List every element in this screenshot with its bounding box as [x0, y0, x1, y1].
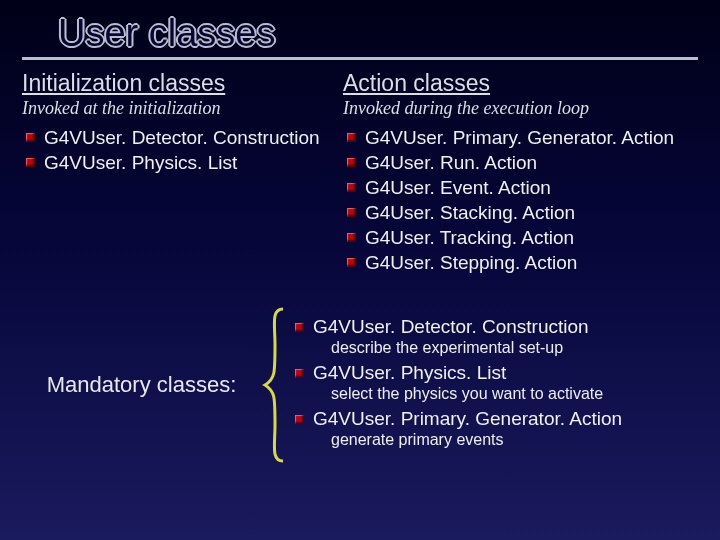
- mandatory-desc: select the physics you want to activate: [331, 385, 708, 403]
- mandatory-label: Mandatory classes:: [24, 372, 259, 398]
- curly-brace-icon: [261, 305, 289, 465]
- mandatory-entries: G4VUser. Detector. Construction describe…: [295, 316, 708, 454]
- action-heading: Action classes: [343, 70, 720, 97]
- mandatory-desc: generate primary events: [331, 431, 708, 449]
- action-subheading: Invoked during the execution loop: [343, 98, 720, 119]
- list-item: G4User. Run. Action: [365, 150, 720, 175]
- list-item: G4User. Stepping. Action: [365, 250, 720, 275]
- list-item: G4User. Stacking. Action: [365, 200, 720, 225]
- mandatory-head: G4VUser. Physics. List: [295, 362, 708, 384]
- mandatory-desc: describe the experimental set-up: [331, 339, 708, 357]
- columns: Initialization classes Invoked at the in…: [0, 66, 720, 275]
- init-column: Initialization classes Invoked at the in…: [0, 66, 335, 275]
- title-rule: [22, 57, 698, 60]
- list-item: G4VUser. Detector. Construction: [44, 125, 335, 150]
- action-column: Action classes Invoked during the execut…: [335, 66, 720, 275]
- init-list: G4VUser. Detector. Construction G4VUser.…: [22, 125, 335, 175]
- slide-title: User classes: [0, 0, 720, 57]
- init-subheading: Invoked at the initialization: [22, 98, 335, 119]
- list-item: G4VUser. Primary. Generator. Action: [365, 125, 720, 150]
- mandatory-head: G4VUser. Primary. Generator. Action: [295, 408, 708, 430]
- mandatory-section: Mandatory classes: G4VUser. Detector. Co…: [0, 305, 720, 465]
- init-heading: Initialization classes: [22, 70, 335, 97]
- list-item: G4User. Event. Action: [365, 175, 720, 200]
- mandatory-head: G4VUser. Detector. Construction: [295, 316, 708, 338]
- action-list: G4VUser. Primary. Generator. Action G4Us…: [343, 125, 720, 275]
- list-item: G4VUser. Physics. List: [44, 150, 335, 175]
- list-item: G4User. Tracking. Action: [365, 225, 720, 250]
